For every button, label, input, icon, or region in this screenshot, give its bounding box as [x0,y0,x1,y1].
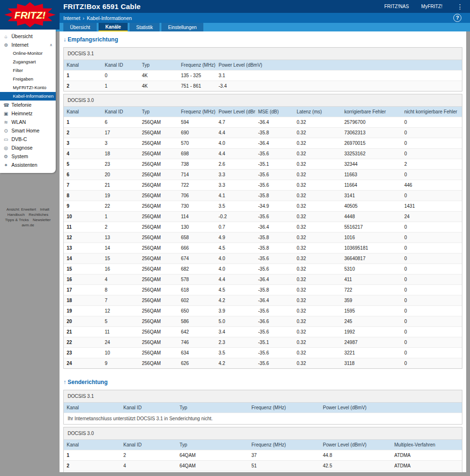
sidebar-item-kabel-informationen[interactable]: Kabel-Informationen [0,92,56,101]
sidebar-item-telefonie[interactable]: ☎ Telefonie [0,101,56,109]
avm-de-link[interactable]: avm.de [21,223,34,228]
table-cell: 64QAM [177,450,249,461]
column-header: Typ [177,403,249,413]
tab-kanaele[interactable]: Kanäle [99,23,128,31]
column-header: Kanal [64,60,102,71]
table-cell: 594 [178,117,216,128]
sidebar-item-label: System [11,153,28,159]
table-cell: 20 [64,316,102,327]
table-cell: 256QAM [139,306,178,316]
tab-uebersicht[interactable]: Übersicht [63,23,97,31]
table-cell: 7 [64,180,102,191]
sidebar-item-freigaben[interactable]: Freigaben [0,75,56,83]
column-header: Kanal ID [120,440,177,450]
download-docsis31-table: KanalKanal IDTypFrequenz (MHz)Power Leve… [64,60,462,91]
table-cell: 256QAM [139,253,178,264]
table-cell: 7 [102,295,139,306]
column-header: Kanal [64,107,102,117]
handbuch-link[interactable]: Handbuch [7,212,24,217]
download-title-label: Empfangsrichtung [68,36,118,43]
inhalt-link[interactable]: Inhalt [40,207,50,212]
column-header: MSE (dB) [255,107,294,117]
table-cell: 256QAM [139,316,178,327]
table-cell: 1 [64,117,102,128]
table-cell: 4.9 [216,233,255,243]
table-row: 104K135 - 3253.1 [64,71,462,81]
view-mode-link[interactable]: Ansicht: Erweitert [6,207,36,212]
sidebar-item-system[interactable]: ⚙ System [0,152,56,161]
table-cell: 19 [102,191,139,201]
table-cell: 17 [64,285,102,295]
table-cell: 4.5 [216,285,255,295]
sidebar-item-myfritz-konto[interactable]: MyFRITZ!-Konto [0,83,56,92]
overflow-menu-icon[interactable]: ⋮ [455,3,465,10]
table-cell: 256QAM [139,128,178,138]
sidebar-item-diagnose[interactable]: ◎ Diagnose [0,143,56,152]
sidebar-item-assistenten[interactable]: ✦ Assistenten [0,161,56,169]
sidebar-item-heimnetz[interactable]: ▣ Heimnetz [0,109,56,118]
smart-home-icon: ⊙ [3,128,9,133]
tipps-tricks-link[interactable]: Tipps & Tricks [5,217,29,223]
table-cell: 682 [178,264,216,274]
table-cell: 22 [102,201,139,212]
fritznas-link[interactable]: FRITZ!NAS [384,4,409,9]
table-cell: 1016 [341,233,401,243]
tv-icon: ▭ [3,137,9,142]
table-cell: 4.5 [216,243,255,253]
table-cell: -35.6 [255,170,294,180]
rechtliches-link[interactable]: Rechtliches [29,212,48,217]
table-cell: 0.32 [294,117,341,128]
table-cell: 3141 [341,191,401,201]
help-icon[interactable]: ? [453,14,461,22]
fritz-logo[interactable]: FRITZ! [0,0,60,30]
sidebar-item-label: DVB-C [11,136,27,142]
column-header: Frequenz (MHz) [178,60,216,71]
table-cell: 256QAM [139,243,178,253]
sidebar-item-dvb-c[interactable]: ▭ DVB-C [0,135,56,143]
table-row: 819256QAM7064.1-35.80.3231410 [64,191,462,201]
table-cell: 0 [102,71,139,81]
table-cell: 256QAM [139,212,178,222]
table-cell: 2 [64,128,102,138]
table-cell: 674 [178,253,216,264]
table-cell: -35.6 [255,327,294,337]
tab-einstellungen[interactable]: Einstellungen [161,23,203,31]
table-cell: 578 [178,274,216,285]
table-cell: 3.9 [216,306,255,316]
sidebar-item-wlan[interactable]: ≋ WLAN [0,118,56,126]
table-header-row: KanalKanal IDTypFrequenz (MHz)Power Leve… [64,60,462,71]
column-header: Typ [139,60,178,71]
table-cell: 23 [102,159,139,170]
table-cell: 26970015 [341,138,401,149]
myfritz-link[interactable]: MyFRITZ! [421,4,442,9]
table-cell: 0.32 [294,201,341,212]
header-links: FRITZ!NAS MyFRITZ! ⋮ [384,3,470,10]
table-cell: 1595 [341,306,401,316]
tab-statistik[interactable]: Statistik [130,23,160,31]
table-cell: 256QAM [139,149,178,159]
table-cell: 25796700 [341,117,401,128]
column-header: Kanal ID [120,403,177,413]
table-row: 178256QAM6184.5-35.80.327220 [64,285,462,295]
table-cell: 446 [401,180,462,191]
table-cell: 1992 [341,327,401,337]
table-cell: 650 [178,306,216,316]
table-cell: 3 [64,138,102,149]
newsletter-link[interactable]: Newsletter [33,217,51,223]
sidebar-item-zugangsart[interactable]: Zugangsart [0,58,56,66]
sidebar-item-internet[interactable]: ⊕ Internet ∧ [0,41,56,49]
sidebar-item-uebersicht[interactable]: ⌂ Übersicht [0,32,56,41]
sidebar-item-smart-home[interactable]: ⊙ Smart Home [0,126,56,135]
table-cell: 714 [178,170,216,180]
table-header-row: KanalKanal IDTypFrequenz (MHz)Power Leve… [64,440,462,450]
sidebar-item-filter[interactable]: Filter [0,66,56,75]
upload-docsis31-table: KanalKanal IDTypFrequenz (MHz)Power Leve… [64,403,462,413]
sidebar-item-online-monitor[interactable]: Online-Monitor [0,49,56,58]
download-docsis30-table: KanalKanal IDTypFrequenz (MHz)Power Leve… [64,107,462,368]
breadcrumb-section[interactable]: Internet [63,15,80,21]
table-row: 217256QAM6904.4-35.80.32730623130 [64,128,462,138]
table-cell: 3.3 [216,180,255,191]
table-cell: 23 [64,348,102,358]
table-cell: 42.8 [320,471,391,473]
breadcrumb-bar: Internet › Kabel-Informationen ? [0,13,470,23]
